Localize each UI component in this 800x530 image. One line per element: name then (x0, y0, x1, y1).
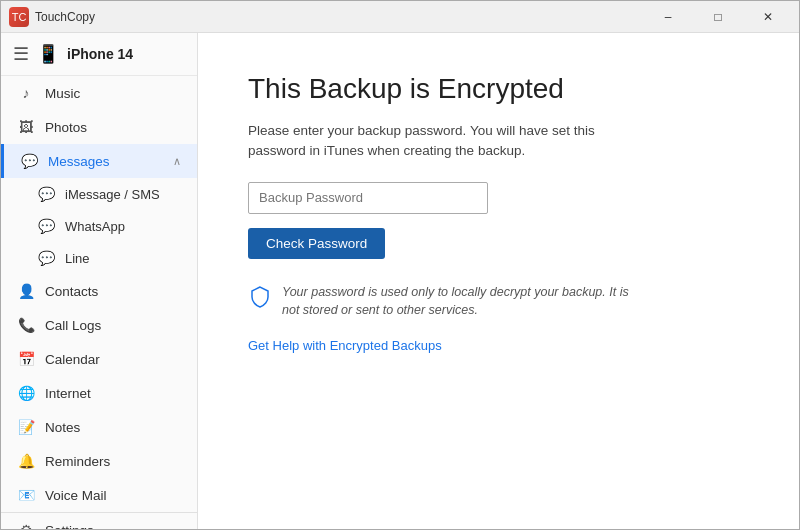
contacts-icon: 👤 (17, 283, 35, 299)
content-area: This Backup is Encrypted Please enter yo… (198, 33, 799, 529)
sidebar-item-music[interactable]: ♪ Music (1, 76, 197, 110)
security-notice-text: Your password is used only to locally de… (282, 283, 648, 321)
sidebar-label-voicemail: Voice Mail (45, 488, 181, 503)
chevron-up-icon: ∧ (173, 155, 181, 168)
titlebar: TC TouchCopy – □ ✕ (1, 1, 799, 33)
backup-password-input[interactable] (248, 182, 488, 214)
sidebar-bottom: ⚙ Settings (1, 512, 197, 529)
sidebar-item-whatsapp[interactable]: 💬 WhatsApp (1, 210, 197, 242)
sidebar-item-settings[interactable]: ⚙ Settings (1, 513, 197, 529)
sidebar-label-calendar: Calendar (45, 352, 181, 367)
minimize-button[interactable]: – (645, 3, 691, 31)
device-header: ☰ 📱 iPhone 14 (1, 33, 197, 76)
sidebar-label-notes: Notes (45, 420, 181, 435)
sidebar-label-photos: Photos (45, 120, 181, 135)
call-icon: 📞 (17, 317, 35, 333)
help-link[interactable]: Get Help with Encrypted Backups (248, 338, 442, 353)
sidebar-item-imessage[interactable]: 💬 iMessage / SMS (1, 178, 197, 210)
device-name: iPhone 14 (67, 46, 133, 62)
app-icon: TC (9, 7, 29, 27)
calendar-icon: 📅 (17, 351, 35, 367)
sidebar-item-line[interactable]: 💬 Line (1, 242, 197, 274)
sidebar-item-photos[interactable]: 🖼 Photos (1, 110, 197, 144)
sidebar-label-messages: Messages (48, 154, 163, 169)
voicemail-icon: 📧 (17, 487, 35, 503)
security-notice: Your password is used only to locally de… (248, 283, 648, 321)
page-subtitle: Please enter your backup password. You w… (248, 121, 648, 162)
page-title: This Backup is Encrypted (248, 73, 749, 105)
sidebar-label-music: Music (45, 86, 181, 101)
imessage-icon: 💬 (37, 186, 55, 202)
maximize-button[interactable]: □ (695, 3, 741, 31)
sidebar-label-reminders: Reminders (45, 454, 181, 469)
sidebar-label-call-logs: Call Logs (45, 318, 181, 333)
reminders-icon: 🔔 (17, 453, 35, 469)
sidebar: ☰ 📱 iPhone 14 ♪ Music 🖼 Photos 💬 Message… (1, 33, 198, 529)
phone-icon: 📱 (37, 43, 59, 65)
settings-icon: ⚙ (17, 522, 35, 529)
sidebar-label-internet: Internet (45, 386, 181, 401)
sidebar-item-call-logs[interactable]: 📞 Call Logs (1, 308, 197, 342)
music-icon: ♪ (17, 85, 35, 101)
sidebar-item-internet[interactable]: 🌐 Internet (1, 376, 197, 410)
check-password-button[interactable]: Check Password (248, 228, 385, 259)
main-layout: ☰ 📱 iPhone 14 ♪ Music 🖼 Photos 💬 Message… (1, 33, 799, 529)
sidebar-label-whatsapp: WhatsApp (65, 219, 181, 234)
titlebar-left: TC TouchCopy (9, 7, 95, 27)
app-title: TouchCopy (35, 10, 95, 24)
sidebar-item-messages[interactable]: 💬 Messages ∧ (1, 144, 197, 178)
window-controls: – □ ✕ (645, 3, 791, 31)
notes-icon: 📝 (17, 419, 35, 435)
whatsapp-icon: 💬 (37, 218, 55, 234)
sidebar-item-reminders[interactable]: 🔔 Reminders (1, 444, 197, 478)
line-icon: 💬 (37, 250, 55, 266)
sidebar-label-line: Line (65, 251, 181, 266)
hamburger-icon[interactable]: ☰ (13, 43, 29, 65)
sidebar-label-settings: Settings (45, 523, 181, 530)
sidebar-item-notes[interactable]: 📝 Notes (1, 410, 197, 444)
sidebar-item-calendar[interactable]: 📅 Calendar (1, 342, 197, 376)
sidebar-label-contacts: Contacts (45, 284, 181, 299)
internet-icon: 🌐 (17, 385, 35, 401)
sidebar-item-voicemail[interactable]: 📧 Voice Mail (1, 478, 197, 512)
shield-icon (248, 285, 272, 315)
photos-icon: 🖼 (17, 119, 35, 135)
sidebar-item-contacts[interactable]: 👤 Contacts (1, 274, 197, 308)
sidebar-label-imessage: iMessage / SMS (65, 187, 181, 202)
close-button[interactable]: ✕ (745, 3, 791, 31)
messages-icon: 💬 (20, 153, 38, 169)
